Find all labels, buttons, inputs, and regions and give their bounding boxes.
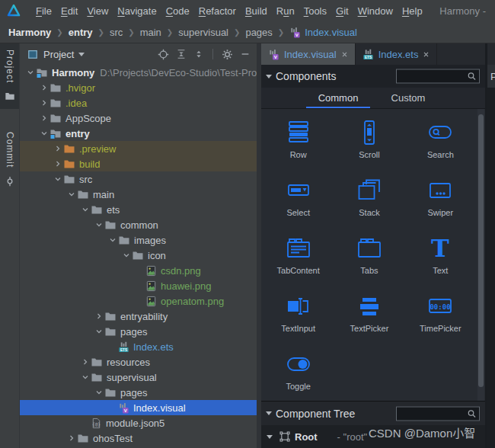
toolwindow-tab-project[interactable]: Project bbox=[0, 43, 19, 109]
tree-row-.hvigor[interactable]: .hvigor bbox=[20, 80, 257, 95]
tree-row-pages[interactable]: pages bbox=[20, 385, 257, 400]
chevron-right-icon[interactable] bbox=[53, 158, 63, 169]
tree-row-ets[interactable]: ets bbox=[20, 202, 257, 217]
hide-panel-icon[interactable] bbox=[240, 49, 251, 59]
editor-tab-index.ets[interactable]: ETSIndex.ets bbox=[356, 43, 438, 65]
tree-row-pages[interactable]: pages bbox=[20, 324, 257, 339]
chevron-down-icon[interactable] bbox=[121, 250, 132, 261]
tree-row-supervisual[interactable]: supervisual bbox=[20, 370, 257, 385]
tree-row-entry[interactable]: entry bbox=[20, 126, 257, 141]
component-item-text[interactable]: T Text bbox=[405, 226, 476, 284]
close-icon[interactable] bbox=[423, 51, 430, 58]
chevron-down-icon[interactable] bbox=[80, 204, 91, 215]
breadcrumb-item[interactable]: entry bbox=[69, 27, 93, 38]
menu-help[interactable]: Help bbox=[398, 4, 427, 18]
chevron-down-icon[interactable] bbox=[94, 387, 104, 398]
chevron-right-icon[interactable] bbox=[39, 98, 50, 108]
components-tab-custom[interactable]: Custom bbox=[373, 88, 443, 108]
component-item-scroll[interactable]: Scroll bbox=[334, 110, 404, 168]
component-item-tabs[interactable]: Tabs bbox=[334, 226, 404, 284]
breadcrumb-item[interactable]: Harmony bbox=[8, 27, 51, 38]
tree-row-appscope[interactable]: AppScope bbox=[20, 110, 257, 126]
menu-refactor[interactable]: Refactor bbox=[194, 4, 241, 18]
component-item-stack[interactable]: Stack bbox=[334, 168, 404, 226]
collapse-section-icon[interactable] bbox=[266, 411, 272, 415]
tree-row-index.visual[interactable]: VIndex.visual bbox=[20, 400, 257, 415]
collapse-section-icon[interactable] bbox=[266, 75, 272, 78]
tree-row-huawei.png[interactable]: huawei.png bbox=[20, 278, 257, 293]
tree-row-index.ets[interactable]: ETSIndex.ets bbox=[20, 339, 257, 354]
tree-row-common[interactable]: common bbox=[20, 217, 257, 232]
chevron-right-icon[interactable] bbox=[39, 82, 50, 93]
component-item-tabcontent[interactable]: TabContent bbox=[263, 226, 334, 284]
component-item-select[interactable]: Select bbox=[263, 168, 334, 226]
menu-file[interactable]: File bbox=[31, 4, 56, 18]
components-search-input[interactable] bbox=[397, 71, 467, 82]
chevron-down-icon[interactable] bbox=[107, 235, 118, 245]
menu-run[interactable]: Run bbox=[272, 4, 299, 18]
menu-tools[interactable]: Tools bbox=[299, 4, 331, 18]
tree-row-harmony[interactable]: HarmonyD:\Projects\DevEco-Studio\Test-Pr… bbox=[20, 65, 257, 80]
chevron-down-icon[interactable] bbox=[94, 326, 104, 337]
component-tree-search-input[interactable] bbox=[397, 408, 467, 419]
chevron-down-icon[interactable] bbox=[78, 53, 85, 56]
breadcrumb-item[interactable]: main bbox=[140, 27, 161, 38]
components-tab-common[interactable]: Common bbox=[303, 88, 373, 108]
menu-code[interactable]: Code bbox=[161, 4, 194, 18]
tree-row-main[interactable]: main bbox=[20, 187, 257, 202]
scrollbar-thumb[interactable] bbox=[478, 114, 484, 387]
menu-git[interactable]: Git bbox=[331, 4, 353, 18]
tree-row-build[interactable]: build bbox=[20, 156, 257, 171]
component-item-search[interactable]: Search bbox=[405, 110, 476, 168]
project-scope-icon[interactable] bbox=[27, 49, 38, 59]
component-item-textinput[interactable]: TextInput bbox=[263, 284, 334, 342]
chevron-right-icon[interactable] bbox=[39, 113, 50, 123]
chevron-right-icon[interactable] bbox=[66, 433, 77, 443]
expand-all-icon[interactable] bbox=[176, 49, 187, 59]
chevron-right-icon[interactable] bbox=[94, 311, 104, 322]
breadcrumb-item[interactable]: src bbox=[110, 27, 123, 38]
tree-row-ohostest[interactable]: ohosTest bbox=[20, 430, 257, 446]
chevron-down-icon[interactable] bbox=[39, 128, 50, 139]
component-item-toggle[interactable]: Toggle bbox=[263, 342, 334, 400]
chevron-down-icon[interactable] bbox=[80, 372, 91, 382]
chevron-down-icon[interactable] bbox=[94, 219, 104, 230]
menu-navigate[interactable]: Navigate bbox=[113, 4, 161, 18]
component-item-swiper[interactable]: Swiper bbox=[405, 168, 476, 226]
chevron-down-icon[interactable] bbox=[66, 189, 77, 200]
tree-row-entryability[interactable]: entryability bbox=[20, 309, 257, 324]
menu-build[interactable]: Build bbox=[241, 4, 272, 18]
tree-row-.preview[interactable]: .preview bbox=[20, 141, 257, 156]
tree-row-openatom.png[interactable]: openatom.png bbox=[20, 293, 257, 309]
close-icon[interactable] bbox=[341, 51, 348, 58]
search-icon[interactable] bbox=[467, 408, 479, 418]
chevron-right-icon[interactable] bbox=[80, 357, 91, 367]
breadcrumb-item[interactable]: pages bbox=[245, 27, 272, 38]
tree-row-images[interactable]: images bbox=[20, 232, 257, 248]
toolwindow-tab-commit[interactable]: Commit bbox=[0, 126, 19, 194]
components-scrollbar[interactable] bbox=[477, 109, 484, 401]
editor-tab-index.visual[interactable]: VIndex.visual bbox=[261, 43, 356, 65]
collapse-all-icon[interactable] bbox=[193, 49, 204, 59]
menu-edit[interactable]: Edit bbox=[56, 4, 82, 18]
locate-file-icon[interactable] bbox=[158, 49, 169, 60]
chevron-down-icon[interactable] bbox=[25, 67, 36, 78]
tree-row-icon[interactable]: icon bbox=[20, 248, 257, 263]
component-item-row[interactable]: Row bbox=[263, 110, 334, 168]
gear-icon[interactable] bbox=[222, 49, 233, 60]
chevron-down-icon[interactable] bbox=[53, 174, 63, 184]
component-item-timepicker[interactable]: 00:00 TimePicker bbox=[405, 284, 476, 342]
breadcrumb-item[interactable]: VIndex.visual bbox=[289, 27, 357, 38]
tree-row-resources[interactable]: resources bbox=[20, 354, 257, 370]
chevron-down-icon[interactable] bbox=[267, 435, 273, 439]
tree-row-module.json5[interactable]: {@}module.json5 bbox=[20, 415, 257, 430]
menu-view[interactable]: View bbox=[82, 4, 113, 18]
breadcrumb-item[interactable]: supervisual bbox=[178, 27, 228, 38]
chevron-right-icon[interactable] bbox=[53, 143, 63, 154]
tree-row-src[interactable]: src bbox=[20, 171, 257, 187]
tree-row-csdn.png[interactable]: csdn.png bbox=[20, 263, 257, 278]
menu-window[interactable]: Window bbox=[353, 4, 398, 18]
project-panel-title[interactable]: Project bbox=[43, 49, 74, 60]
search-icon[interactable] bbox=[467, 72, 479, 82]
component-item-textpicker[interactable]: TextPicker bbox=[334, 284, 404, 342]
